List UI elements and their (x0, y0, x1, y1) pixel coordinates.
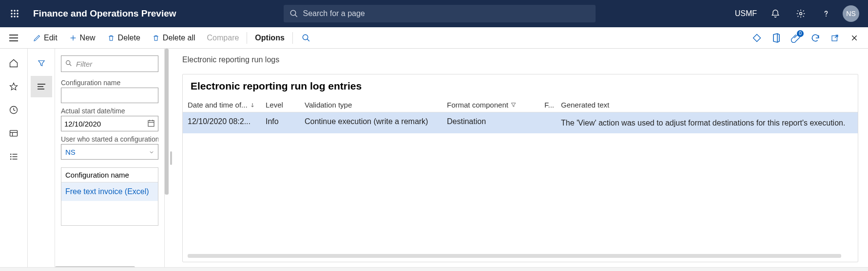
calendar-icon (147, 119, 155, 127)
hamburger-icon (9, 34, 19, 42)
diamond-icon (752, 33, 762, 43)
user-label: User who started a configuration (61, 135, 158, 143)
cell-datetime: 12/10/2020 08:2... (188, 117, 266, 128)
filter-input[interactable] (61, 55, 158, 72)
delete-label: Delete (118, 34, 140, 42)
config-list: Configuration name Free text invoice (Ex… (61, 167, 158, 226)
notifications-button[interactable] (765, 3, 786, 24)
app-launcher-button[interactable] (5, 4, 24, 23)
config-list-row[interactable]: Free text invoice (Excel) (61, 182, 158, 201)
cell-validation-type: Continue execution (write a remark) (305, 117, 447, 128)
trash-icon (107, 34, 115, 42)
nav-modules[interactable] (3, 146, 24, 167)
edit-button[interactable]: Edit (27, 27, 63, 49)
cell-generated-text: The 'View' action was used to adjust for… (561, 117, 853, 128)
settings-button[interactable] (790, 3, 811, 24)
refresh-button[interactable] (806, 28, 825, 48)
filter-side-panel: Configuration name Actual start date/tim… (55, 49, 165, 267)
popout-button[interactable] (825, 28, 845, 48)
filter-column (27, 49, 55, 267)
user-avatar[interactable]: NS (843, 5, 859, 22)
clock-icon (9, 105, 19, 115)
svg-point-8 (17, 16, 19, 18)
close-icon (850, 34, 858, 42)
col-generated-text[interactable]: Generated text (561, 101, 853, 109)
col-datetime[interactable]: Date and time of... (188, 101, 266, 109)
search-icon (302, 34, 310, 42)
splitter-handle-icon (170, 151, 172, 165)
grid-hscroll[interactable] (188, 254, 853, 259)
col-validation-type[interactable]: Validation type (305, 101, 447, 109)
svg-point-4 (14, 13, 16, 15)
popout-icon (830, 34, 839, 42)
options-button[interactable]: Options (249, 27, 290, 49)
new-button[interactable]: New (63, 27, 101, 49)
delete-button[interactable]: Delete (101, 27, 146, 49)
nav-rail (0, 49, 27, 271)
nav-toggle-button[interactable] (0, 27, 27, 49)
content-area: Configuration name Actual start date/tim… (27, 49, 868, 267)
company-picker[interactable]: USMF (731, 9, 761, 18)
svg-point-29 (10, 156, 12, 158)
compare-button: Compare (201, 27, 245, 49)
list-pane-toggle[interactable] (31, 76, 52, 97)
global-search-input[interactable] (303, 9, 590, 18)
svg-point-1 (14, 10, 16, 12)
action-search-button[interactable] (295, 27, 317, 49)
help-icon (821, 9, 831, 18)
attachments-button[interactable]: 0 (786, 28, 806, 48)
config-name-input[interactable] (61, 88, 158, 103)
er-button[interactable] (747, 28, 767, 48)
nav-workspaces[interactable] (3, 123, 24, 144)
waffle-icon (10, 9, 19, 18)
lines-icon (37, 83, 46, 90)
grid-row[interactable]: 12/10/2020 08:2... Info Continue executi… (183, 112, 858, 133)
col-format-label: Format component (447, 101, 508, 109)
col-f-label: F... (544, 101, 554, 109)
svg-point-28 (10, 154, 12, 155)
splitter[interactable] (169, 49, 174, 267)
app-title: Finance and Operations Preview (33, 8, 176, 19)
svg-point-0 (11, 10, 13, 12)
global-search[interactable] (284, 5, 596, 22)
config-name-label: Configuration name (61, 79, 158, 87)
user-select[interactable]: NS (61, 144, 158, 160)
funnel-icon (510, 102, 517, 108)
action-bar: Edit New Delete Delete all Compare Optio… (0, 27, 868, 49)
home-icon (9, 58, 19, 68)
nav-recent[interactable] (3, 99, 24, 121)
attachments-badge: 0 (797, 30, 804, 37)
funnel-icon (37, 59, 46, 68)
svg-rect-39 (148, 121, 154, 126)
svg-point-3 (11, 13, 13, 15)
col-level[interactable]: Level (266, 101, 305, 109)
nav-favorites[interactable] (3, 76, 24, 97)
col-format-component[interactable]: Format component (447, 101, 544, 109)
search-icon (65, 59, 73, 69)
list-icon (9, 152, 19, 162)
delete-all-button[interactable]: Delete all (146, 27, 201, 49)
col-level-label: Level (266, 101, 283, 109)
close-button[interactable] (845, 28, 864, 48)
svg-point-12 (826, 16, 827, 17)
footer-bar (0, 267, 868, 271)
sidepanel-vscroll[interactable] (165, 49, 169, 267)
divider (292, 32, 293, 44)
trash-icon (152, 34, 160, 42)
edit-label: Edit (44, 34, 58, 42)
col-f[interactable]: F... (544, 101, 561, 109)
nav-home[interactable] (3, 53, 24, 74)
help-button[interactable] (815, 3, 837, 24)
calendar-button[interactable] (147, 119, 155, 129)
office-button[interactable] (767, 28, 786, 48)
config-list-header: Configuration name (61, 168, 158, 182)
main-pane: Electronic reporting run logs Electronic… (174, 49, 868, 267)
svg-point-2 (17, 10, 19, 12)
global-header: Finance and Operations Preview USMF NS (0, 0, 868, 27)
filter-pane-toggle[interactable] (31, 53, 52, 74)
actual-start-input[interactable] (61, 116, 158, 131)
delete-all-label: Delete all (163, 34, 195, 42)
card-title: Electronic reporting run log entries (183, 74, 858, 98)
refresh-icon (810, 33, 820, 43)
svg-point-7 (14, 16, 16, 18)
